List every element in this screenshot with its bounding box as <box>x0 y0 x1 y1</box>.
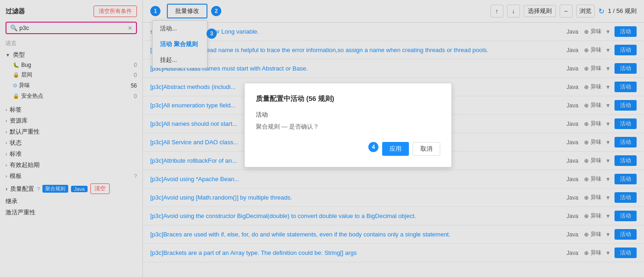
apply-button[interactable]: 应用 <box>382 142 409 156</box>
dialog-footer: 4 应用 取消 <box>256 142 440 156</box>
dialog: 质量配置中活动 (56 规则) 活动 聚合规则 — 是否确认？ 4 应用 取消 <box>244 83 452 167</box>
dialog-content: 活动 <box>256 111 440 119</box>
dialog-content-sub: 聚合规则 — 是否确认？ <box>256 123 440 131</box>
badge-4: 4 <box>368 142 378 152</box>
cancel-button[interactable]: 取消 <box>413 142 440 156</box>
dialog-title: 质量配置中活动 (56 规则) <box>256 94 440 103</box>
